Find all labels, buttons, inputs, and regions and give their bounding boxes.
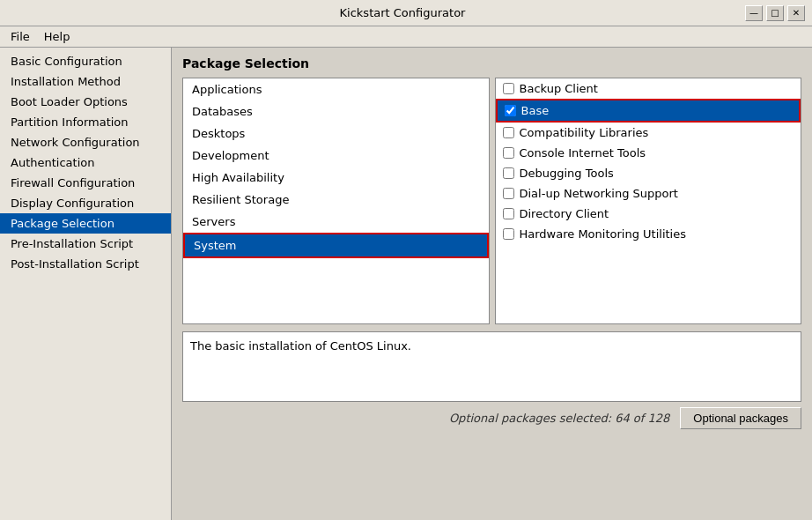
package-checkbox[interactable] [503,188,514,199]
sidebar-item-package-selection[interactable]: Package Selection [0,213,171,234]
package-item[interactable]: Base [496,99,801,123]
menu-help[interactable]: Help [37,28,78,45]
description-text: The basic installation of CentOS Linux. [190,339,411,353]
minimize-button[interactable]: — [745,5,763,21]
footer-area: Optional packages selected: 64 of 128 Op… [182,407,801,429]
sidebar: Basic ConfigurationInstallation MethodBo… [0,48,172,520]
package-item[interactable]: Backup Client [496,78,801,99]
optional-count: Optional packages selected: 64 of 128 [449,412,669,425]
optional-packages-button[interactable]: Optional packages [680,407,801,429]
sidebar-item-authentication[interactable]: Authentication [0,152,171,173]
category-item[interactable]: Desktops [183,123,489,145]
package-label: Console Internet Tools [520,146,646,160]
description-area: The basic installation of CentOS Linux. [182,331,801,402]
sidebar-item-boot-loader[interactable]: Boot Loader Options [0,92,171,112]
package-label: Base [521,104,550,117]
package-checkbox[interactable] [503,167,514,179]
package-checkbox[interactable] [503,208,514,219]
category-item[interactable]: Resilient Storage [183,189,489,211]
title-bar: Kickstart Configurator — □ ✕ [0,0,812,26]
menu-file[interactable]: File [4,28,37,45]
package-label: Hardware Monitoring Utilities [520,227,686,241]
window-controls: — □ ✕ [745,5,805,21]
package-list[interactable]: Backup ClientBaseCompatibility Libraries… [495,78,802,324]
sidebar-item-network-config[interactable]: Network Configuration [0,132,171,152]
package-item[interactable]: Dial-up Networking Support [496,183,801,204]
window-title: Kickstart Configurator [60,6,745,19]
package-label: Debugging Tools [520,167,614,180]
package-checkbox[interactable] [505,105,516,116]
category-item[interactable]: Applications [183,78,489,100]
sidebar-item-post-install[interactable]: Post-Installation Script [0,254,171,274]
category-item[interactable]: Databases [183,100,489,123]
package-checkbox[interactable] [503,228,514,240]
package-panel: ApplicationsDatabasesDesktopsDevelopment… [182,78,801,324]
sidebar-item-pre-install[interactable]: Pre-Installation Script [0,234,171,254]
sidebar-item-display-config[interactable]: Display Configuration [0,193,171,213]
package-checkbox[interactable] [503,127,514,138]
package-checkbox[interactable] [503,147,514,159]
package-label: Directory Client [520,207,609,220]
category-list[interactable]: ApplicationsDatabasesDesktopsDevelopment… [182,78,490,324]
package-item[interactable]: Console Internet Tools [496,143,801,163]
package-label: Compatibility Libraries [520,126,649,139]
sidebar-item-firewall-config[interactable]: Firewall Configuration [0,173,171,193]
category-item[interactable]: Development [183,145,489,167]
package-item[interactable]: Debugging Tools [496,163,801,183]
package-label: Dial-up Networking Support [520,187,678,200]
menu-bar: File Help [0,26,812,48]
sidebar-item-install-method[interactable]: Installation Method [0,71,171,92]
category-item[interactable]: High Availability [183,167,489,189]
section-title: Package Selection [182,56,801,71]
category-item[interactable]: Servers [183,211,489,233]
sidebar-item-basic-config[interactable]: Basic Configuration [0,51,171,71]
main-layout: Basic ConfigurationInstallation MethodBo… [0,48,812,520]
close-button[interactable]: ✕ [787,5,805,21]
maximize-button[interactable]: □ [766,5,784,21]
package-label: Backup Client [520,82,598,95]
package-checkbox[interactable] [503,83,514,94]
package-item[interactable]: Hardware Monitoring Utilities [496,224,801,244]
package-item[interactable]: Compatibility Libraries [496,123,801,143]
category-item[interactable]: System [183,233,489,258]
package-item[interactable]: Directory Client [496,204,801,224]
sidebar-item-partition-info[interactable]: Partition Information [0,112,171,132]
content-area: Package Selection ApplicationsDatabasesD… [172,48,812,520]
